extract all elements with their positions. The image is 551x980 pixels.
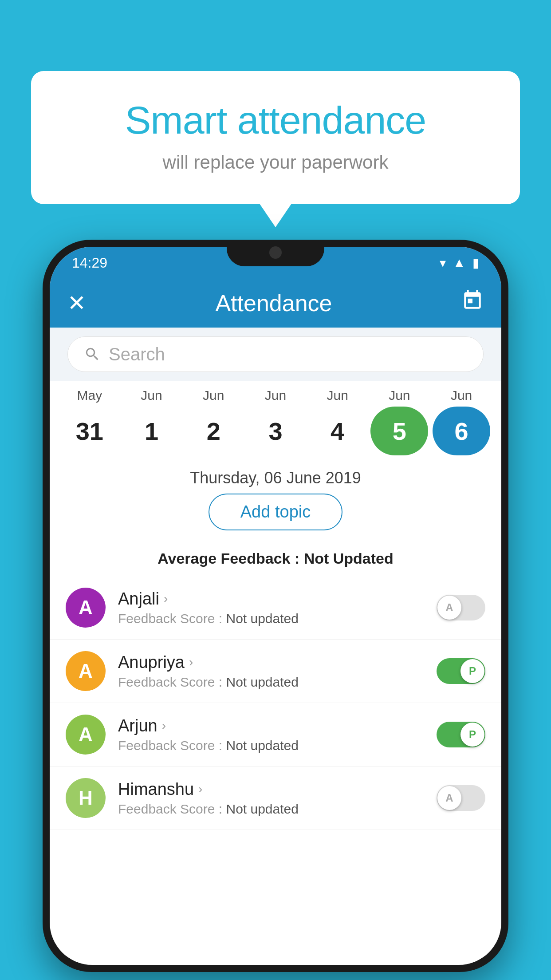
student-item-arjun[interactable]: A Arjun › Feedback Score : Not updated P <box>50 703 501 767</box>
student-feedback-anupriya: Feedback Score : Not updated <box>118 675 424 690</box>
calendar-days: 31 1 2 3 4 5 6 <box>59 407 492 455</box>
feedback-value-arjun: Not updated <box>226 738 298 753</box>
student-item-himanshu[interactable]: H Himanshu › Feedback Score : Not update… <box>50 767 501 830</box>
toggle-himanshu[interactable]: A <box>437 785 485 811</box>
student-list: A Anjali › Feedback Score : Not updated … <box>50 576 501 830</box>
avg-feedback-value: Not Updated <box>304 550 394 567</box>
student-info-anjali: Anjali › Feedback Score : Not updated <box>118 589 424 626</box>
avatar-anjali: A <box>66 588 106 628</box>
signal-icon: ▲ <box>453 256 465 270</box>
student-item-anupriya[interactable]: A Anupriya › Feedback Score : Not update… <box>50 640 501 703</box>
month-4: Jun <box>309 388 366 403</box>
app-bar: ✕ Attendance <box>50 279 501 328</box>
calendar-icon[interactable] <box>461 289 484 317</box>
wifi-icon: ▾ <box>440 256 446 270</box>
status-time: 14:29 <box>72 255 107 271</box>
student-name-anjali: Anjali › <box>118 589 424 609</box>
toggle-knob-himanshu: A <box>437 786 461 810</box>
student-feedback-arjun: Feedback Score : Not updated <box>118 738 424 753</box>
cal-day-1[interactable]: 1 <box>123 407 181 455</box>
add-topic-section: Add topic <box>50 494 501 545</box>
student-feedback-himanshu: Feedback Score : Not updated <box>118 802 424 817</box>
add-topic-button[interactable]: Add topic <box>209 494 342 530</box>
feedback-value-anjali: Not updated <box>226 611 298 626</box>
calendar-strip: May Jun Jun Jun Jun Jun Jun 31 1 2 3 4 5… <box>50 381 501 460</box>
toggle-knob-anjali: A <box>437 596 461 620</box>
chevron-arjun: › <box>162 719 166 733</box>
month-2: Jun <box>185 388 242 403</box>
status-icons: ▾ ▲ ▮ <box>440 256 479 270</box>
avatar-himanshu: H <box>66 778 106 818</box>
student-info-arjun: Arjun › Feedback Score : Not updated <box>118 716 424 753</box>
chevron-anupriya: › <box>189 655 193 669</box>
student-item-anjali[interactable]: A Anjali › Feedback Score : Not updated … <box>50 576 501 640</box>
student-info-anupriya: Anupriya › Feedback Score : Not updated <box>118 653 424 690</box>
phone-camera <box>269 246 282 259</box>
student-info-himanshu: Himanshu › Feedback Score : Not updated <box>118 780 424 817</box>
app-bar-title: Attendance <box>215 290 332 316</box>
avg-feedback-label: Average Feedback : <box>157 550 303 567</box>
avatar-arjun: A <box>66 715 106 755</box>
feedback-value-anupriya: Not updated <box>226 675 298 689</box>
month-1: Jun <box>123 388 181 403</box>
speech-bubble: Smart attendance will replace your paper… <box>31 71 520 204</box>
student-name-himanshu: Himanshu › <box>118 780 424 799</box>
search-container: Search <box>50 328 501 381</box>
cal-day-2[interactable]: 2 <box>185 407 242 455</box>
student-name-arjun: Arjun › <box>118 716 424 735</box>
toggle-knob-anupriya: P <box>460 659 484 683</box>
battery-icon: ▮ <box>472 256 479 270</box>
toggle-knob-arjun: P <box>460 723 484 747</box>
cal-day-6[interactable]: 6 <box>433 407 490 455</box>
student-feedback-anjali: Feedback Score : Not updated <box>118 611 424 626</box>
toggle-anupriya[interactable]: P <box>437 658 485 684</box>
month-3: Jun <box>247 388 304 403</box>
feedback-value-himanshu: Not updated <box>226 802 298 816</box>
chevron-anjali: › <box>164 592 168 606</box>
cal-day-31[interactable]: 31 <box>61 407 118 455</box>
chevron-himanshu: › <box>198 782 202 796</box>
search-text: Search <box>109 344 467 364</box>
month-5: Jun <box>370 388 428 403</box>
calendar-months: May Jun Jun Jun Jun Jun Jun <box>59 388 492 403</box>
toggle-anjali[interactable]: A <box>437 595 485 620</box>
speech-bubble-container: Smart attendance will replace your paper… <box>31 71 520 204</box>
average-feedback: Average Feedback : Not Updated <box>50 545 501 576</box>
close-icon[interactable]: ✕ <box>67 290 86 316</box>
bubble-title: Smart attendance <box>67 98 484 143</box>
selected-date-label: Thursday, 06 June 2019 <box>50 460 501 494</box>
cal-day-5[interactable]: 5 <box>370 407 428 455</box>
toggle-arjun[interactable]: P <box>437 722 485 747</box>
cal-day-3[interactable]: 3 <box>247 407 304 455</box>
cal-day-4[interactable]: 4 <box>309 407 366 455</box>
avatar-anupriya: A <box>66 651 106 691</box>
student-name-anupriya: Anupriya › <box>118 653 424 672</box>
phone-frame: 14:29 ▾ ▲ ▮ ✕ Attendance Search <box>43 240 508 972</box>
month-6: Jun <box>433 388 490 403</box>
search-bar[interactable]: Search <box>67 336 484 372</box>
phone-notch <box>227 240 324 266</box>
search-icon <box>84 346 101 363</box>
phone-screen: 14:29 ▾ ▲ ▮ ✕ Attendance Search <box>50 247 501 965</box>
month-0: May <box>61 388 118 403</box>
bubble-subtitle: will replace your paperwork <box>67 152 484 173</box>
